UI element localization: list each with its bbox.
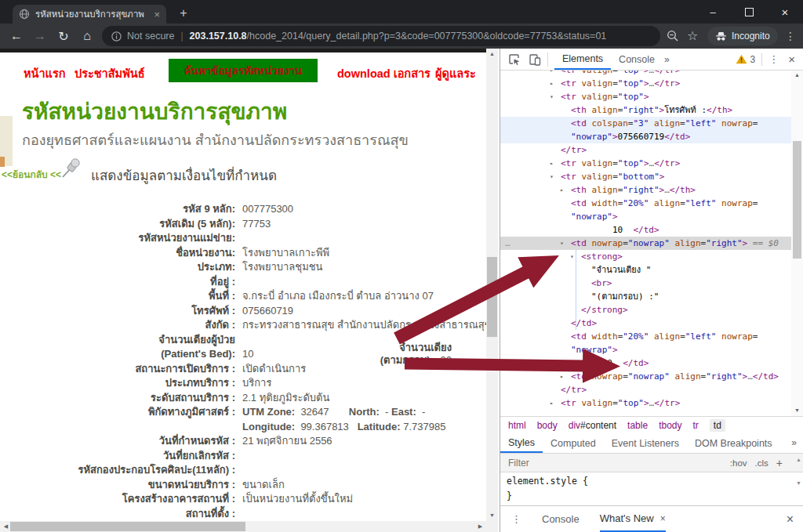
scroll-up-icon[interactable]: ▲	[486, 51, 498, 56]
drawer-close-icon[interactable]: ×	[787, 512, 794, 527]
styles-tab-dom-breakpoints[interactable]: DOM Breakpoints	[687, 433, 780, 453]
breadcrumb-item[interactable]: tr	[692, 420, 698, 431]
horizontal-scroll-thumb[interactable]	[10, 522, 245, 531]
dom-line[interactable]: <td width="20%" align="left" nowrap=	[500, 197, 791, 210]
class-toggle-button[interactable]: .cls	[755, 458, 768, 468]
dom-line[interactable]: </tr>	[500, 383, 791, 396]
window-minimize-button[interactable]: –	[695, 0, 731, 24]
styles-tab-styles[interactable]: Styles	[500, 433, 543, 453]
new-style-rule-button[interactable]: +	[776, 457, 783, 469]
dom-line[interactable]: <th align="right">โทรศัพท์ :</th>	[500, 103, 791, 117]
dom-line[interactable]: "nowrap">	[500, 210, 791, 223]
reload-button[interactable]: ↻	[53, 24, 74, 49]
dom-line[interactable]: <td width="20%" align="left" nowrap=	[500, 330, 791, 343]
more-tabs-icon[interactable]: »	[664, 54, 670, 65]
dom-line[interactable]: ▸<td nowrap="nowrap" align="right">…</td…	[500, 370, 791, 383]
styles-filter-input[interactable]	[507, 457, 730, 469]
expand-arrow-icon[interactable]: ▸	[560, 183, 564, 197]
dom-line[interactable]: "nowrap">	[500, 343, 791, 356]
page-vertical-scrollbar[interactable]: ▲ ▼	[486, 49, 498, 522]
device-toolbar-icon[interactable]	[529, 53, 541, 66]
tab-close-icon[interactable]: ×	[154, 9, 160, 20]
zoom-out-icon[interactable]	[667, 30, 679, 45]
scroll-right-icon[interactable]: ▶	[474, 523, 486, 530]
tab-elements[interactable]: Elements	[554, 49, 611, 70]
breadcrumb-item[interactable]: table	[627, 420, 648, 431]
dom-line[interactable]: ▸<tr valign="top">…</tr>	[500, 77, 791, 90]
dom-line[interactable]: "จำนวนเตียง "	[500, 263, 791, 277]
dom-line[interactable]: …▾<td nowrap="nowrap" align="right"> == …	[500, 237, 791, 250]
styles-tab-event-listeners[interactable]: Event Listeners	[604, 433, 687, 453]
devtools-menu-icon[interactable]: ⋮	[768, 53, 779, 65]
dom-line[interactable]: 10 </td>	[500, 223, 791, 237]
inspect-element-icon[interactable]	[508, 53, 521, 66]
profile-badge[interactable]: Incognito	[707, 27, 778, 45]
breadcrumb-item[interactable]: div#content	[569, 420, 616, 431]
collapse-arrow-icon[interactable]: ▾	[550, 170, 554, 183]
styles-tab-computed[interactable]: Computed	[543, 433, 604, 453]
collapse-arrow-icon[interactable]: ▾	[550, 90, 554, 103]
dom-line[interactable]: </td>	[500, 317, 791, 330]
expand-arrow-icon[interactable]: ▸	[550, 77, 554, 90]
expand-arrow-icon[interactable]: ▸	[550, 157, 554, 170]
window-maximize-button[interactable]	[731, 0, 767, 24]
dom-line[interactable]: </tr>	[500, 143, 791, 157]
tab-console[interactable]: Console	[611, 49, 663, 70]
info-icon[interactable]	[111, 31, 122, 42]
pseudo-state-button[interactable]: :hov	[730, 458, 747, 468]
warning-badge[interactable]: 3	[736, 54, 756, 65]
breadcrumb-item[interactable]: tbody	[659, 420, 681, 431]
dom-line[interactable]: ▸<th align="right">…</th>	[500, 183, 791, 197]
new-tab-button[interactable]: +	[176, 5, 191, 21]
dom-line[interactable]: <td colspan="3" align="left" nowrap=	[500, 117, 791, 130]
dom-line[interactable]: ▾<strong>	[500, 250, 791, 263]
more-sidebar-tabs-icon[interactable]: »	[791, 437, 797, 448]
dom-line[interactable]: </strong>	[500, 303, 791, 317]
dom-line[interactable]: ▸<tr valign="top">…</tr>	[500, 157, 791, 170]
forward-button[interactable]: →	[30, 24, 50, 49]
breadcrumb-item[interactable]: body	[537, 420, 558, 431]
nav-item[interactable]: หน้าแรก	[24, 64, 66, 82]
dom-line[interactable]: ▾<tr valign="bottom">	[500, 170, 791, 183]
scroll-down-icon[interactable]: ▼	[791, 407, 803, 413]
back-button[interactable]: ←	[6, 24, 27, 49]
expand-arrow-icon[interactable]: ▸	[550, 71, 554, 77]
nav-item[interactable]: ประชาสัมพันธ์	[74, 64, 145, 82]
scroll-down-icon[interactable]: ▼	[486, 512, 498, 518]
scroll-up-icon[interactable]: ▲	[791, 72, 803, 78]
dom-line[interactable]: "nowrap">075660719</td>	[500, 130, 791, 143]
element-style-open[interactable]: element.style {	[507, 476, 803, 487]
browser-menu-icon[interactable]: ⋮	[783, 27, 798, 45]
devtools-scrollbar[interactable]: ▲ ▼	[791, 71, 803, 416]
dom-line[interactable]: ▸<tr valign="top">…</tr>	[500, 71, 791, 77]
url-bar[interactable]: Not secure | 203.157.10.8 /hcode_2014/qu…	[102, 26, 660, 46]
drawer-tab-whats-new[interactable]: What's New ×	[600, 506, 666, 532]
back-link[interactable]: <<ย้อนกลับ <<	[2, 167, 61, 182]
dom-line[interactable]: <br>	[500, 277, 791, 290]
window-close-button[interactable]: ×	[767, 0, 803, 24]
collapse-arrow-icon[interactable]: ▾	[570, 250, 574, 263]
breadcrumb-item[interactable]: td	[710, 419, 725, 432]
element-style-section[interactable]: element.style { }	[500, 472, 803, 505]
nav-item[interactable]: ผู้ดูแลระ	[435, 64, 476, 82]
nav-item[interactable]: download เอกสาร	[337, 64, 431, 82]
devtools-scroll-thumb[interactable]	[793, 141, 801, 259]
dom-line[interactable]: ▾<tr valign="top">	[500, 90, 791, 103]
drawer-tab-console[interactable]: Console	[542, 506, 580, 532]
expand-arrow-icon[interactable]: ▸	[560, 370, 564, 383]
dom-line[interactable]: ▸<tr valign="top">…</tr>	[500, 396, 791, 410]
drawer-tab-close-icon[interactable]: ×	[660, 513, 666, 524]
drawer-menu-icon[interactable]: ⋮	[511, 513, 521, 525]
dom-line[interactable]: "(ตามกรอบ) :"	[500, 290, 791, 303]
browser-tab[interactable]: รหัสหน่วยงานบริการสุขภาพ ×	[13, 5, 166, 24]
breadcrumb-item[interactable]: html	[508, 420, 526, 431]
page-horizontal-scrollbar[interactable]: ◀ ▶	[0, 521, 486, 532]
home-button[interactable]: ⌂	[77, 24, 97, 49]
dom-line[interactable]: 30 </td>	[500, 356, 791, 370]
devtools-close-icon[interactable]: ×	[788, 52, 795, 66]
bookmark-star-icon[interactable]: ☆	[687, 28, 698, 43]
scroll-up-icon[interactable]: ▲	[796, 457, 801, 462]
nav-item[interactable]: ค้นหาข้อมูลรหัสหน่วยงาน	[169, 59, 318, 82]
collapse-arrow-icon[interactable]: ▾	[560, 237, 564, 250]
scroll-down-icon[interactable]: ▼	[796, 480, 801, 486]
